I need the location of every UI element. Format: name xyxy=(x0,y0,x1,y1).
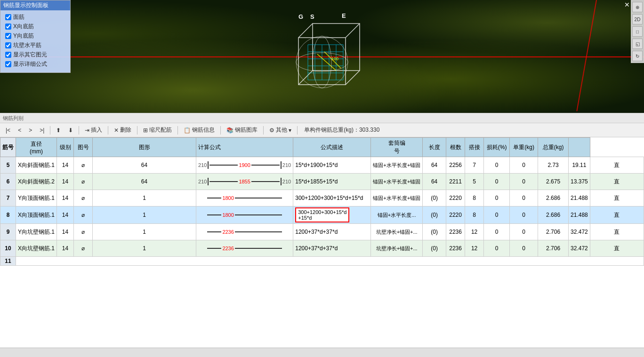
rt-btn-box[interactable]: □ xyxy=(632,26,643,37)
info-button[interactable]: 📋 钢筋信息 xyxy=(181,125,217,135)
nav-next-button[interactable]: > xyxy=(26,126,35,135)
3d-box: G S E 100 xyxy=(270,9,374,105)
insert-button[interactable]: ⇥ 插入 xyxy=(82,125,105,135)
other-icon: ⚙ xyxy=(269,127,274,134)
row-desc-10: 坑壁净长+锚固+... xyxy=(371,240,423,257)
checkbox-y-dijin-input[interactable] xyxy=(5,33,11,39)
toolbar-separator-3 xyxy=(108,126,108,135)
toolbar-separator-8 xyxy=(297,126,298,135)
row-num-8: 8 xyxy=(0,206,16,224)
row-total-7: 21.488 xyxy=(569,190,590,206)
row-extra-6: 直 xyxy=(590,174,644,190)
row-length-9: 2236 xyxy=(446,224,465,240)
checkbox-x-dijin-input[interactable] xyxy=(5,24,11,30)
row-tuhao-5: 64 xyxy=(93,157,196,174)
th-count: 根数 xyxy=(446,138,465,157)
svg-text:S: S xyxy=(310,13,314,20)
rt-btn-rotate[interactable]: ↻ xyxy=(632,51,643,61)
row-desc-8: 锚固+水平长度... xyxy=(371,206,423,224)
rt-btn-corner[interactable]: ◱ xyxy=(632,39,643,49)
row-num-6: 6 xyxy=(0,174,16,190)
checkbox-other-elements[interactable]: 显示其它图元 xyxy=(5,51,65,59)
row-lap-10: 0 xyxy=(484,240,510,257)
close-icon[interactable]: ✕ xyxy=(624,1,630,8)
table-row: 6 X向斜面钢筋.2 14 ⌀ 64 210 1855 210 xyxy=(0,174,644,190)
row-loss-10: 0 xyxy=(510,240,538,257)
nav-last-button[interactable]: >| xyxy=(37,126,47,135)
checkbox-miaojin-input[interactable] xyxy=(5,14,11,20)
row-encode-8: (0) xyxy=(423,206,446,224)
other-button[interactable]: ⚙ 其他 ▾ xyxy=(266,125,294,135)
toolbar-separator-2 xyxy=(79,126,79,135)
toolbar-separator-7 xyxy=(263,126,264,135)
checkbox-y-dijin[interactable]: Y向底筋 xyxy=(5,32,65,40)
row-grade-10: ⌀ xyxy=(74,240,93,257)
checkbox-miaojin[interactable]: 面筋 xyxy=(5,13,65,21)
row-num-10: 10 xyxy=(0,240,16,257)
row-tuhao-10: 1 xyxy=(93,240,196,257)
row-num-9: 9 xyxy=(0,224,16,240)
row-unit-5: 2.73 xyxy=(538,157,569,174)
row-lap-8: 0 xyxy=(484,206,510,224)
checkbox-detail-formula[interactable]: 显示详细公式 xyxy=(5,60,65,68)
svg-text:E: E xyxy=(342,12,346,19)
th-formula: 计算公式 xyxy=(196,138,293,157)
library-icon: 📚 xyxy=(226,127,233,134)
table-container[interactable]: 筋号 直径(mm) 级别 图号 图形 计算公式 公式描述 套筒编号 长度 根数 … xyxy=(0,137,644,348)
insert-icon: ⇥ xyxy=(85,127,89,134)
row-unit-8: 2.686 xyxy=(538,206,569,224)
row-desc-5: 锚固+水平长度+锚固 xyxy=(371,157,423,174)
row-shape-5: 210 1900 210 xyxy=(196,157,293,174)
row-formula-7: 300+1200+300+15*d+15*d xyxy=(293,190,371,206)
row-formula-10: 1200+37*d+37*d xyxy=(293,240,371,257)
row-name-7: Y向顶面钢筋.1 xyxy=(16,190,57,206)
table-header-row: 筋号 直径(mm) 级别 图号 图形 计算公式 公式描述 套筒编号 长度 根数 … xyxy=(0,138,644,157)
row-num-11: 11 xyxy=(0,257,16,266)
row-grade-9: ⌀ xyxy=(74,224,93,240)
row-loss-9: 0 xyxy=(510,224,538,240)
checkbox-kengbi[interactable]: 坑壁水平筋 xyxy=(5,41,65,49)
th-desc: 公式描述 xyxy=(293,138,371,157)
row-lap-9: 0 xyxy=(484,224,510,240)
th-size: 直径(mm) xyxy=(16,138,57,157)
toolbar-separator-1 xyxy=(50,126,50,135)
row-length-6: 2211 xyxy=(446,174,465,190)
svg-line-2 xyxy=(298,24,313,38)
row-unit-7: 2.686 xyxy=(538,190,569,206)
checkbox-other-input[interactable] xyxy=(5,52,11,58)
3d-viewport: G S E 100 钢筋显示控制面板 面筋 X向底筋 Y向底筋 坑壁水平筋 显 xyxy=(0,0,644,113)
row-shape-7: 1800 xyxy=(196,190,293,206)
nav-first-button[interactable]: |< xyxy=(3,126,13,135)
row-unit-6: 2.675 xyxy=(538,174,569,190)
row-extra-9: 直 xyxy=(590,224,644,240)
right-toolbar: ⊕ 2D □ ◱ ↻ xyxy=(631,0,644,63)
rt-btn-2d[interactable]: 2D xyxy=(632,14,643,24)
row-loss-5: 0 xyxy=(510,157,538,174)
scale-button[interactable]: ⊞ 缩尺配筋 xyxy=(140,125,175,135)
row-size-6: 14 xyxy=(57,174,74,190)
checkbox-kengbi-input[interactable] xyxy=(5,42,11,48)
upload-icon: ⬆ xyxy=(56,127,61,134)
row-lap-5: 0 xyxy=(484,157,510,174)
row-total-5: 19.11 xyxy=(569,157,590,174)
bottom-bar xyxy=(0,348,644,357)
th-grade: 级别 xyxy=(57,138,74,157)
th-tuhao: 图号 xyxy=(74,138,93,157)
table-row: 5 X向斜面钢筋.1 14 ⌀ 64 210 1900 210 xyxy=(0,157,644,174)
nav-prev-button[interactable]: < xyxy=(15,126,24,135)
delete-button[interactable]: ✕ 删除 xyxy=(111,125,134,135)
svg-text:100: 100 xyxy=(331,56,338,61)
download-button[interactable]: ⬇ xyxy=(65,126,76,135)
row-count-7: 8 xyxy=(465,190,484,206)
rt-btn-globe[interactable]: ⊕ xyxy=(632,2,643,12)
checkbox-x-dijin[interactable]: X向底筋 xyxy=(5,23,65,31)
total-weight-label: 单构件钢筋总重(kg)：303.330 xyxy=(304,126,379,134)
row-formula-8: 300+1200+300+15*d+15*d xyxy=(293,206,371,224)
upload-button[interactable]: ⬆ xyxy=(53,126,64,135)
row-extra-8: 直 xyxy=(590,206,644,224)
library-button[interactable]: 📚 钢筋图库 xyxy=(224,125,260,135)
divider-bar: 钢筋列别 xyxy=(0,113,644,123)
toolbar-separator-6 xyxy=(220,126,221,135)
row-encode-7: (0) xyxy=(423,190,446,206)
checkbox-formula-input[interactable] xyxy=(5,61,11,67)
